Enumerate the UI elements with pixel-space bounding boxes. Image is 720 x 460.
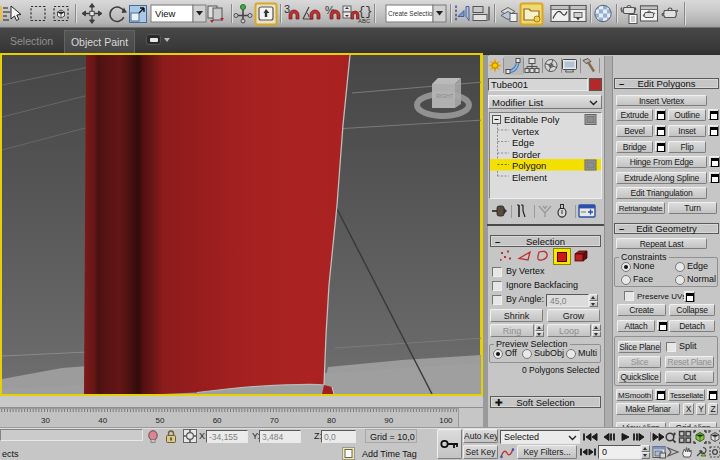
svg-text:Element: Element	[512, 172, 547, 183]
svg-text:View: View	[155, 8, 176, 19]
svg-text:RIGHT: RIGHT	[436, 93, 454, 99]
svg-text:80: 80	[327, 416, 336, 425]
svg-text:40: 40	[98, 416, 107, 425]
svg-text:100: 100	[439, 416, 453, 425]
svg-text:Editable Poly: Editable Poly	[504, 114, 560, 125]
svg-text:{}: {}	[358, 5, 372, 19]
svg-text:60: 60	[213, 416, 222, 425]
svg-text:90: 90	[384, 416, 393, 425]
svg-text:ABC: ABC	[358, 18, 371, 24]
svg-text:50: 50	[155, 416, 164, 425]
svg-text:70: 70	[270, 416, 279, 425]
svg-text:Border: Border	[512, 149, 541, 160]
svg-text:Polygon: Polygon	[512, 160, 546, 171]
svg-text:30: 30	[41, 416, 50, 425]
svg-text:Vertex: Vertex	[512, 126, 539, 137]
svg-text:Edge: Edge	[512, 137, 534, 148]
